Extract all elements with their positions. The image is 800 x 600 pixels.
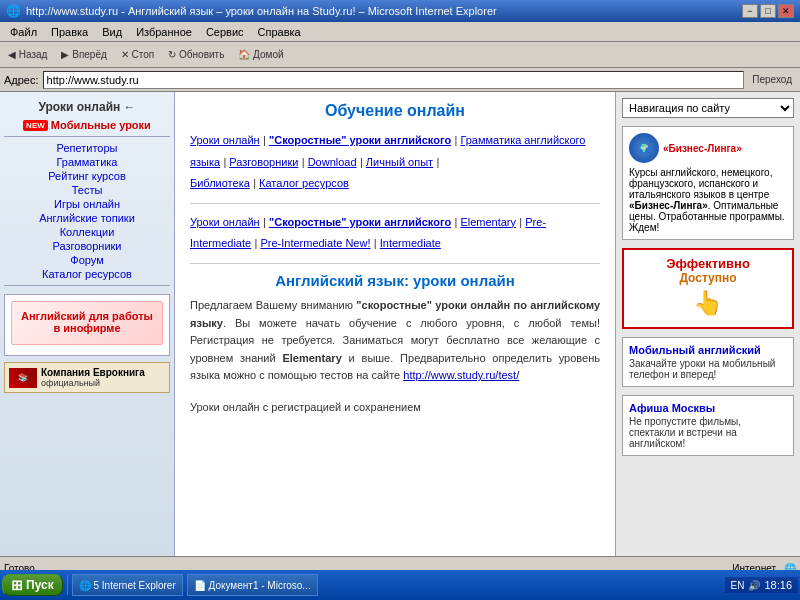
para-text-4: Уроки онлайн с регистрацией и сохранение… [190, 399, 600, 417]
nav-dropdown[interactable]: Навигация по сайту [622, 98, 794, 118]
sidebar-item-grammar[interactable]: Грамматика [4, 155, 170, 169]
news-afisha-title[interactable]: Афиша Москвы [629, 402, 787, 414]
news-afisha: Афиша Москвы Не пропустите фильмы, спект… [622, 395, 794, 456]
sidebar-company-box: 📚 Компания Еврокнига официальный [4, 362, 170, 393]
divider-6: | [436, 156, 439, 168]
link-elementary[interactable]: Elementary [460, 216, 516, 228]
title-bar: 🌐 http://www.study.ru - Английский язык … [0, 0, 800, 22]
menu-view[interactable]: Вид [96, 24, 128, 40]
link-speed-courses-2[interactable]: "Скоростные" уроки английского [269, 216, 451, 228]
menu-tools[interactable]: Сервис [200, 24, 250, 40]
company-label: официальный [41, 378, 145, 388]
right-ad-business: 🌍 «Бизнес-Линга» Курсы английского, неме… [622, 126, 794, 240]
time-display: 18:16 [764, 579, 792, 591]
start-label: Пуск [26, 578, 54, 592]
menu-help[interactable]: Справка [252, 24, 307, 40]
sidebar-item-collections[interactable]: Коллекции [4, 225, 170, 239]
sidebar-ad-box: Английский для работы в инофирме [4, 294, 170, 356]
new-badge: NEW [23, 120, 48, 131]
sidebar-item-games[interactable]: Игры онлайн [4, 197, 170, 211]
forward-button[interactable]: ▶ Вперёд [57, 47, 110, 62]
left-sidebar: Уроки онлайн ← NEW Мобильные уроки Репет… [0, 92, 175, 556]
link-lessons-online-1[interactable]: Уроки онлайн [190, 134, 260, 146]
start-button[interactable]: ⊞ Пуск [2, 574, 63, 596]
menu-favorites[interactable]: Избранное [130, 24, 198, 40]
address-bar: Адрес: Переход [0, 68, 800, 92]
separator-1 [190, 203, 600, 204]
sidebar-item-phrasebooks[interactable]: Разговорники [4, 239, 170, 253]
link-test-site[interactable]: http://www.study.ru/test/ [403, 369, 519, 381]
link-library[interactable]: Библиотека [190, 177, 250, 189]
right-ad-effective: Эффективно Доступно 👆 [622, 248, 794, 329]
link-lessons-online-2[interactable]: Уроки онлайн [190, 216, 260, 228]
maximize-button[interactable]: □ [760, 4, 776, 18]
sidebar-divider-2 [4, 285, 170, 286]
sidebar-item-catalog[interactable]: Каталог ресурсов [4, 267, 170, 281]
sidebar-item-tests[interactable]: Тесты [4, 183, 170, 197]
windows-taskbar: ⊞ Пуск 🌐 5 Internet Explorer 📄 Документ1… [0, 570, 800, 600]
link-phrasebooks[interactable]: Разговорники [229, 156, 298, 168]
globe-icon: 🌍 [629, 133, 659, 163]
system-tray: 🔊 [748, 580, 760, 591]
sidebar-divider-1 [4, 136, 170, 137]
para-text-1: Предлагаем Вашему вниманию [190, 299, 356, 311]
news-mobile-title[interactable]: Мобильный английский [629, 344, 787, 356]
menu-file[interactable]: Файл [4, 24, 43, 40]
content-links-row2: Уроки онлайн | "Скоростные" уроки англий… [190, 212, 600, 255]
sidebar-ad-title: Английский для работы в инофирме [20, 310, 154, 334]
ad1-text: Курсы английского, немецкого, французско… [629, 167, 787, 233]
stop-button[interactable]: ✕ Стоп [117, 47, 158, 62]
arrow-icon: ← [124, 100, 136, 114]
window-title: http://www.study.ru - Английский язык – … [26, 5, 497, 17]
close-button[interactable]: ✕ [778, 4, 794, 18]
sidebar-item-rating[interactable]: Рейтинг курсов [4, 169, 170, 183]
page-title: Английский язык: уроки онлайн [190, 272, 600, 289]
company-icon: 📚 [9, 368, 37, 388]
ad-brand: «Бизнес-Линга» [663, 143, 742, 154]
sidebar-ad-content: Английский для работы в инофирме [11, 301, 163, 345]
separator-2 [190, 263, 600, 264]
section-title: Обучение онлайн [190, 102, 600, 120]
address-input[interactable] [43, 71, 745, 89]
link-download[interactable]: Download [308, 156, 357, 168]
go-button[interactable]: Переход [748, 72, 796, 87]
sidebar-item-repetitory[interactable]: Репетиторы [4, 141, 170, 155]
sidebar-item-forum[interactable]: Форум [4, 253, 170, 267]
sidebar-item-topics[interactable]: Английские топики [4, 211, 170, 225]
mobile-link-row: NEW Мобильные уроки [4, 118, 170, 132]
taskbar-divider [67, 575, 68, 595]
window-controls: − □ ✕ [742, 4, 794, 18]
link-personal[interactable]: Личный опыт [366, 156, 433, 168]
menu-edit[interactable]: Правка [45, 24, 94, 40]
hand-icon: 👆 [630, 289, 786, 317]
ad-effective-title: Эффективно [630, 256, 786, 271]
back-button[interactable]: ◀ Назад [4, 47, 51, 62]
lang-indicator: EN [731, 580, 745, 591]
right-sidebar: Навигация по сайту 🌍 «Бизнес-Линга» Курс… [615, 92, 800, 556]
minimize-button[interactable]: − [742, 4, 758, 18]
link-intermediate[interactable]: Intermediate [380, 237, 441, 249]
taskbar-ie-btn[interactable]: 🌐 5 Internet Explorer [72, 574, 183, 596]
menu-bar: Файл Правка Вид Избранное Сервис Справка [0, 22, 800, 42]
news-afisha-text: Не пропустите фильмы, спектакли и встреч… [629, 416, 787, 449]
para-bold-2: Elementary [282, 352, 341, 364]
main-paragraph: Предлагаем Вашему вниманию "скоростные" … [190, 297, 600, 385]
title-bar-left: 🌐 http://www.study.ru - Английский язык … [6, 4, 497, 18]
windows-logo: ⊞ [11, 577, 23, 593]
home-button[interactable]: 🏠 Домой [234, 47, 287, 62]
main-content: Обучение онлайн Уроки онлайн | "Скоростн… [175, 92, 615, 556]
news-mobile-text: Закачайте уроки на мобильный телефон и в… [629, 358, 787, 380]
para-lessons-reg: Уроки онлайн с регистрацией и сохранение… [190, 401, 421, 413]
ad1-brand-text: «Бизнес-Линга» [629, 200, 708, 211]
sidebar-mobile-link[interactable]: Мобильные уроки [51, 118, 151, 132]
taskbar-word-btn[interactable]: 📄 Документ1 - Microsо... [187, 574, 318, 596]
browser-body: Уроки онлайн ← NEW Мобильные уроки Репет… [0, 92, 800, 556]
taskbar-right-area: EN 🔊 18:16 [725, 577, 798, 593]
ie-logo: 🌐 [6, 4, 21, 18]
refresh-button[interactable]: ↻ Обновить [164, 47, 228, 62]
link-pre-intermediate-new[interactable]: Pre-Intermediate New! [260, 237, 370, 249]
link-speed-courses[interactable]: "Скоростные" уроки английского [269, 134, 451, 146]
link-catalog[interactable]: Каталог ресурсов [259, 177, 349, 189]
word-taskbar-icon: 📄 [194, 580, 209, 591]
company-name: Компания Еврокнига [41, 367, 145, 378]
